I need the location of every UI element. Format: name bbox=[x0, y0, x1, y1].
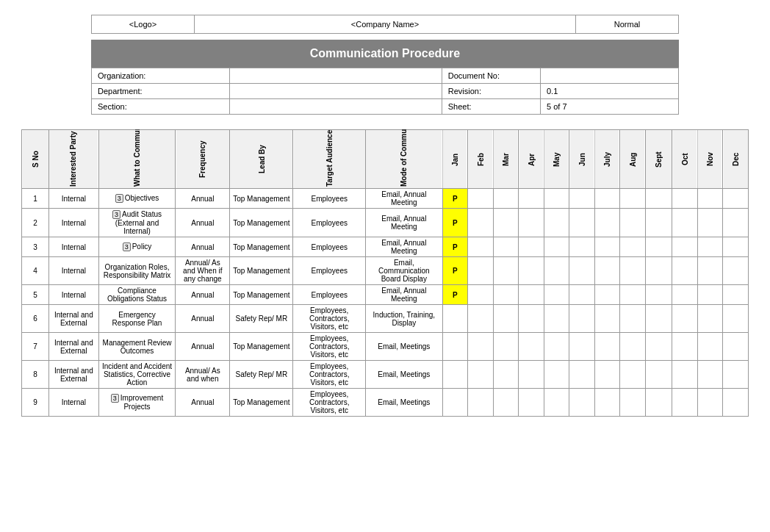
month-cell-nov bbox=[697, 257, 722, 285]
cell-3: Annual bbox=[176, 285, 230, 305]
month-cell-aug bbox=[620, 189, 645, 209]
month-cell-may bbox=[544, 189, 569, 209]
cell-4: Top Management bbox=[230, 389, 293, 417]
cell-6: Email, Meetings bbox=[365, 389, 442, 417]
month-cell-aug bbox=[620, 361, 645, 389]
month-cell-oct bbox=[672, 285, 697, 305]
month-cell-jul bbox=[594, 237, 619, 257]
cell-0: 8 bbox=[22, 361, 49, 389]
month-cell-jul bbox=[594, 305, 619, 333]
cell-2: Management Review Outcomes bbox=[98, 333, 176, 361]
month-cell-jul bbox=[594, 389, 619, 417]
table-row: 3Internal3PolicyAnnualTop ManagementEmpl… bbox=[22, 237, 749, 257]
month-cell-nov bbox=[697, 333, 722, 361]
month-cell-aug bbox=[620, 237, 645, 257]
month-cell-mar bbox=[493, 237, 518, 257]
cell-1: Internal bbox=[48, 389, 98, 417]
month-cell-jan: P bbox=[442, 285, 467, 305]
cell-2: Compliance Obligations Status bbox=[98, 285, 176, 305]
month-cell-may bbox=[544, 305, 569, 333]
month-cell-apr bbox=[519, 285, 544, 305]
cell-5: Employees, Contractors, Visitors, etc bbox=[293, 389, 366, 417]
company-name: <Company Name> bbox=[351, 20, 419, 29]
month-cell-sept bbox=[645, 257, 672, 285]
month-cell-feb bbox=[468, 237, 493, 257]
month-cell-jun bbox=[569, 237, 594, 257]
cell-1: Internal and External bbox=[48, 361, 98, 389]
month-cell-dec bbox=[723, 257, 749, 285]
month-cell-feb bbox=[468, 257, 493, 285]
cell-3: Annual bbox=[176, 333, 230, 361]
cell-0: 1 bbox=[22, 189, 49, 209]
col-header-july: July bbox=[594, 130, 619, 189]
month-cell-may bbox=[544, 237, 569, 257]
table-row: 1Internal3ObjectivesAnnualTop Management… bbox=[22, 189, 749, 209]
month-cell-may bbox=[544, 333, 569, 361]
table-row: 6Internal and ExternalEmergency Response… bbox=[22, 305, 749, 333]
cell-1: Internal and External bbox=[48, 333, 98, 361]
cell-0: 6 bbox=[22, 305, 49, 333]
month-cell-aug bbox=[620, 389, 645, 417]
cell-3: Annual bbox=[176, 209, 230, 237]
month-cell-may bbox=[544, 285, 569, 305]
col-header-apr: Apr bbox=[519, 130, 544, 189]
month-cell-dec bbox=[723, 361, 749, 389]
table-row: 2Internal3Audit Status (External and Int… bbox=[22, 209, 749, 237]
cell-3: Annual bbox=[176, 389, 230, 417]
month-cell-sept bbox=[645, 237, 672, 257]
status-cell: Normal bbox=[576, 15, 679, 34]
dept-label: Department: bbox=[92, 84, 230, 99]
month-cell-apr bbox=[519, 361, 544, 389]
table-row: 9Internal3Improvement ProjectsAnnualTop … bbox=[22, 389, 749, 417]
month-cell-dec bbox=[723, 389, 749, 417]
month-cell-sept bbox=[645, 389, 672, 417]
info-table: Organization: Document No: Department: R… bbox=[91, 68, 679, 115]
month-cell-mar bbox=[493, 333, 518, 361]
cell-3: Annual bbox=[176, 237, 230, 257]
month-cell-jun bbox=[569, 285, 594, 305]
table-row: 7Internal and ExternalManagement Review … bbox=[22, 333, 749, 361]
sheet-value: 5 of 7 bbox=[540, 99, 678, 115]
month-cell-oct bbox=[672, 237, 697, 257]
cell-1: Internal and External bbox=[48, 305, 98, 333]
month-cell-jun bbox=[569, 361, 594, 389]
cell-6: Email, Meetings bbox=[365, 361, 442, 389]
month-cell-jul bbox=[594, 285, 619, 305]
cell-0: 4 bbox=[22, 257, 49, 285]
doc-no-value bbox=[540, 68, 678, 84]
cell-2: Incident and Accident Statistics, Correc… bbox=[98, 361, 176, 389]
col-header-mode-of-communication: Mode of Communication bbox=[365, 130, 442, 189]
month-cell-aug bbox=[620, 257, 645, 285]
month-cell-apr bbox=[519, 333, 544, 361]
cell-1: Internal bbox=[48, 209, 98, 237]
month-cell-jan bbox=[442, 333, 467, 361]
col-header-mar: Mar bbox=[493, 130, 518, 189]
month-cell-jan bbox=[442, 305, 467, 333]
month-cell-jan bbox=[442, 389, 467, 417]
month-cell-feb bbox=[468, 209, 493, 237]
month-cell-aug bbox=[620, 285, 645, 305]
col-header-nov: Nov bbox=[697, 130, 722, 189]
month-cell-feb bbox=[468, 333, 493, 361]
col-header-sept: Sept bbox=[645, 130, 672, 189]
cell-4: Top Management bbox=[230, 285, 293, 305]
col-header-aug: Aug bbox=[620, 130, 645, 189]
table-body: 1Internal3ObjectivesAnnualTop Management… bbox=[22, 189, 749, 417]
cell-2: Organization Roles, Responsibility Matri… bbox=[98, 257, 176, 285]
month-cell-feb bbox=[468, 361, 493, 389]
month-cell-jun bbox=[569, 189, 594, 209]
sheet-label: Sheet: bbox=[442, 99, 540, 115]
cell-6: Induction, Training, Display bbox=[365, 305, 442, 333]
col-header-target-audience: Target Audience bbox=[293, 130, 366, 189]
cell-3: Annual bbox=[176, 305, 230, 333]
cell-6: Email, Annual Meeting bbox=[365, 237, 442, 257]
col-header-oct: Oct bbox=[672, 130, 697, 189]
month-cell-dec bbox=[723, 209, 749, 237]
month-cell-jul bbox=[594, 361, 619, 389]
table-row: 4InternalOrganization Roles, Responsibil… bbox=[22, 257, 749, 285]
month-cell-jun bbox=[569, 333, 594, 361]
cell-5: Employees, Contractors, Visitors, etc bbox=[293, 305, 366, 333]
month-cell-may bbox=[544, 361, 569, 389]
month-cell-mar bbox=[493, 305, 518, 333]
cell-5: Employees, Contractors, Visitors, etc bbox=[293, 333, 366, 361]
